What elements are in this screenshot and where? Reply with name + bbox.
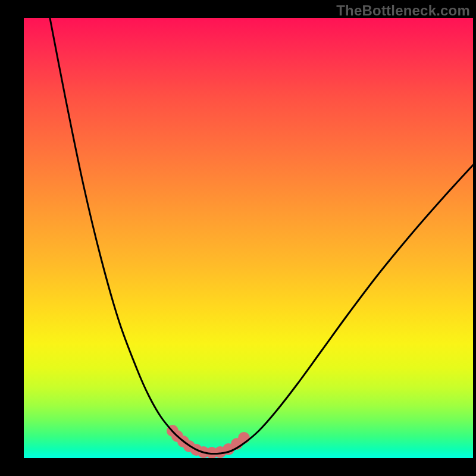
highlight-dot	[238, 432, 250, 444]
plot-area	[24, 18, 473, 458]
watermark-text: TheBottleneck.com	[336, 2, 470, 19]
bottleneck-curve	[48, 18, 473, 454]
chart-container: TheBottleneck.com	[0, 0, 476, 476]
curve-overlay	[24, 18, 473, 458]
